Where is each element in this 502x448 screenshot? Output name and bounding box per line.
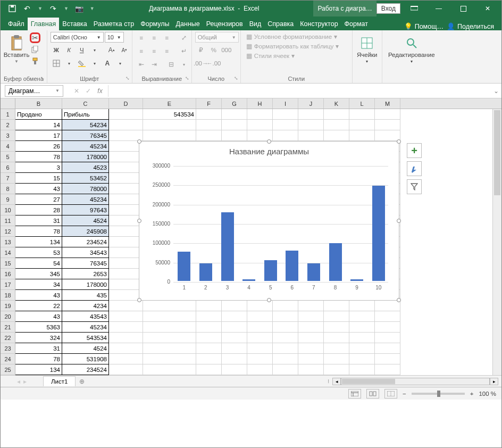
cell[interactable]	[196, 130, 222, 141]
cell[interactable]: 178000	[62, 279, 109, 290]
cell[interactable]	[143, 311, 196, 322]
cell[interactable]	[273, 322, 298, 333]
cell[interactable]	[247, 311, 273, 322]
qat-customize-icon[interactable]: ▼	[90, 6, 95, 11]
font-size-combo[interactable]: 10▼	[105, 32, 124, 43]
chart-bar[interactable]	[178, 252, 190, 281]
cell[interactable]	[222, 120, 247, 130]
cell[interactable]	[324, 343, 349, 354]
cell[interactable]	[273, 109, 298, 120]
scroll-right-icon[interactable]: ▸	[490, 378, 498, 385]
cell[interactable]	[196, 311, 222, 322]
cell[interactable]	[196, 343, 222, 354]
merge-dropdown-icon[interactable]: ▾	[179, 59, 189, 70]
cell[interactable]	[143, 301, 196, 311]
cell[interactable]	[324, 364, 349, 375]
cell[interactable]	[196, 354, 222, 364]
row-header[interactable]: 14	[1, 247, 15, 258]
cell[interactable]: 76345	[62, 130, 109, 141]
cell[interactable]	[349, 301, 375, 311]
chart-object[interactable]: Название диаграммы 050000100000150000200…	[139, 141, 399, 301]
col-header[interactable]: C	[62, 98, 109, 109]
chart-bar[interactable]	[242, 279, 255, 281]
cell[interactable]: Продано	[15, 109, 62, 120]
cell[interactable]	[273, 120, 298, 130]
cell[interactable]	[324, 120, 349, 130]
cell[interactable]: 54234	[62, 120, 109, 130]
cell[interactable]	[109, 311, 143, 322]
cell[interactable]	[375, 322, 400, 333]
cut-button[interactable]: ✂	[30, 32, 40, 43]
page-layout-view-button[interactable]	[366, 389, 379, 399]
share-button[interactable]: 👤Поделиться	[447, 22, 494, 30]
scroll-thumb[interactable]	[494, 110, 500, 195]
row-header[interactable]: 12	[1, 226, 15, 237]
dec-indent-button[interactable]: ⇤	[136, 59, 147, 70]
zoom-in-button[interactable]: +	[470, 391, 474, 397]
row-header[interactable]: 9	[1, 194, 15, 205]
new-sheet-button[interactable]: ⊕	[76, 378, 88, 385]
zoom-slider[interactable]	[412, 393, 465, 395]
chart-bar[interactable]	[264, 260, 277, 281]
cell[interactable]	[273, 354, 298, 364]
cell[interactable]: 134	[15, 364, 62, 375]
cell[interactable]: 234524	[62, 237, 109, 247]
cell[interactable]: 27	[15, 194, 62, 205]
expand-formula-icon[interactable]: ⌄	[491, 87, 501, 95]
chart-bar[interactable]	[221, 212, 234, 281]
cell[interactable]: 178000	[62, 152, 109, 162]
cell[interactable]	[349, 333, 375, 343]
format-painter-button[interactable]	[30, 56, 40, 67]
cell[interactable]	[298, 364, 324, 375]
cell[interactable]	[109, 152, 143, 162]
row-header[interactable]: 4	[1, 141, 15, 152]
cell[interactable]	[375, 109, 400, 120]
resize-handle-n[interactable]	[267, 139, 271, 144]
col-header[interactable]: B	[15, 98, 62, 109]
cell[interactable]	[247, 120, 273, 130]
shrink-font-button[interactable]: A▾	[119, 45, 130, 55]
col-header[interactable]: E	[143, 98, 196, 109]
cell[interactable]: 45234	[62, 141, 109, 152]
chart-filter-button[interactable]	[407, 179, 422, 194]
cell[interactable]	[109, 109, 143, 120]
chart-bar[interactable]	[307, 263, 320, 281]
zoom-level[interactable]: 100 %	[479, 391, 496, 397]
fill-color-button[interactable]	[77, 58, 87, 69]
row-header[interactable]: 24	[1, 354, 15, 364]
cell[interactable]	[298, 130, 324, 141]
col-header[interactable]: H	[247, 98, 273, 109]
cell[interactable]	[349, 322, 375, 333]
cell[interactable]	[143, 343, 196, 354]
align-bottom-button[interactable]: ≡	[162, 32, 172, 43]
cell[interactable]: 45234	[62, 322, 109, 333]
resize-handle-w[interactable]	[137, 219, 141, 223]
col-header[interactable]: D	[109, 98, 143, 109]
cell[interactable]: 78000	[62, 184, 109, 194]
cell[interactable]	[109, 184, 143, 194]
grow-font-button[interactable]: A▴	[106, 45, 117, 55]
cell[interactable]	[324, 130, 349, 141]
row-header[interactable]: 13	[1, 237, 15, 247]
cell[interactable]	[109, 343, 143, 354]
tab-home[interactable]: Главная	[28, 18, 60, 30]
resize-handle-se[interactable]	[397, 298, 401, 302]
tab-data[interactable]: Данные	[173, 18, 203, 30]
cell[interactable]	[375, 333, 400, 343]
cell[interactable]	[298, 311, 324, 322]
currency-button[interactable]: ₽	[196, 45, 206, 55]
cell[interactable]: 34	[15, 279, 62, 290]
cell[interactable]	[247, 364, 273, 375]
cell[interactable]: 4234	[62, 301, 109, 311]
cell[interactable]	[109, 354, 143, 364]
cell[interactable]	[196, 120, 222, 130]
cell[interactable]: 543534	[143, 109, 196, 120]
cell[interactable]: 78	[15, 152, 62, 162]
cell[interactable]	[222, 130, 247, 141]
cell[interactable]	[375, 343, 400, 354]
zoom-out-button[interactable]: −	[403, 391, 406, 397]
cell[interactable]	[349, 354, 375, 364]
col-header[interactable]: M	[375, 98, 400, 109]
chart-title[interactable]: Название диаграммы	[139, 142, 399, 158]
row-header[interactable]: 25	[1, 364, 15, 375]
